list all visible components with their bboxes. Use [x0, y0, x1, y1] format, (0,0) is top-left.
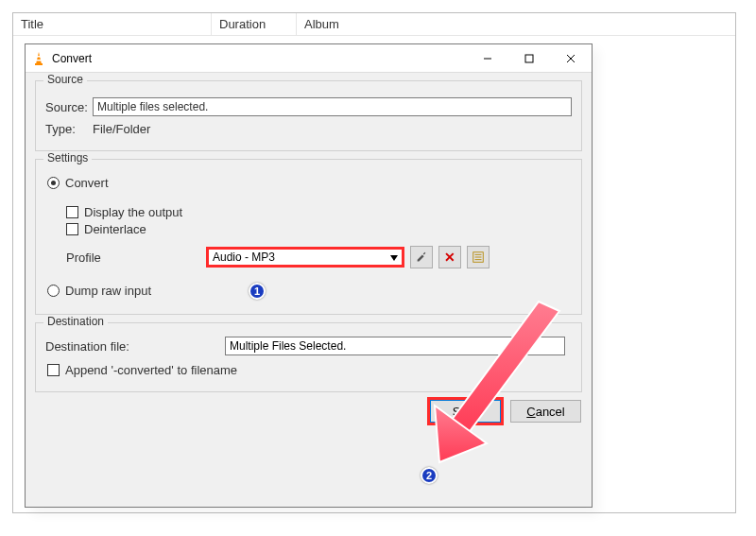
- new-profile-button[interactable]: [467, 246, 490, 268]
- display-output-checkbox[interactable]: [66, 206, 78, 218]
- close-button[interactable]: [550, 45, 592, 72]
- step-badge-2: 2: [421, 467, 438, 484]
- track-list-header: Title Duration Album: [13, 13, 735, 36]
- cancel-button[interactable]: Cancel: [510, 400, 581, 423]
- svg-rect-1: [35, 63, 43, 65]
- delete-profile-button[interactable]: ✕: [438, 246, 461, 268]
- delete-x-icon: ✕: [444, 250, 455, 265]
- dialog-button-row: Start Cancel: [26, 396, 592, 426]
- svg-rect-3: [37, 60, 42, 61]
- deinterlace-checkbox[interactable]: [66, 223, 78, 235]
- source-label: Source:: [45, 100, 93, 114]
- start-button[interactable]: Start: [430, 400, 501, 423]
- destination-file-label: Destination file:: [45, 339, 225, 354]
- destination-file-input[interactable]: [225, 337, 565, 355]
- svg-marker-0: [36, 52, 42, 64]
- dump-raw-label: Dump raw input: [65, 284, 151, 298]
- column-album[interactable]: Album: [297, 13, 735, 35]
- svg-rect-5: [525, 55, 533, 62]
- convert-dialog: Convert Source Source: Type: File/Folder…: [25, 43, 593, 508]
- convert-radio[interactable]: [47, 177, 60, 189]
- start-button-rest: tart: [460, 405, 478, 419]
- display-output-label: Display the output: [84, 205, 182, 219]
- deinterlace-label: Deinterlace: [84, 222, 146, 236]
- append-converted-checkbox[interactable]: [47, 364, 60, 376]
- title-bar[interactable]: Convert: [26, 44, 592, 73]
- source-legend: Source: [43, 73, 87, 86]
- cancel-button-rest: ancel: [536, 405, 565, 419]
- chevron-down-icon: [390, 255, 398, 261]
- type-label: Type:: [45, 122, 93, 136]
- convert-radio-label: Convert: [65, 176, 109, 190]
- edit-profile-button[interactable]: [410, 246, 433, 268]
- dump-raw-radio[interactable]: [47, 285, 60, 297]
- profile-dropdown-value: Audio - MP3: [213, 251, 275, 264]
- vlc-cone-icon: [31, 51, 46, 66]
- maximize-button[interactable]: [508, 45, 550, 72]
- column-title[interactable]: Title: [13, 13, 212, 35]
- step-badge-1: 1: [249, 283, 266, 300]
- settings-group: Settings Convert Display the output Dein…: [35, 159, 582, 315]
- minimize-button[interactable]: [467, 45, 508, 72]
- source-input[interactable]: [93, 97, 572, 116]
- svg-rect-2: [37, 56, 41, 58]
- profile-dropdown[interactable]: Audio - MP3: [206, 247, 404, 268]
- settings-legend: Settings: [43, 151, 92, 164]
- profile-label: Profile: [45, 251, 206, 265]
- column-duration[interactable]: Duration: [212, 13, 297, 35]
- append-converted-label: Append '-converted' to filename: [65, 363, 237, 377]
- destination-legend: Destination: [43, 315, 108, 328]
- source-group: Source Source: Type: File/Folder: [35, 80, 582, 151]
- destination-group: Destination Destination file: Append '-c…: [35, 322, 582, 392]
- type-value: File/Folder: [93, 122, 150, 136]
- dialog-title: Convert: [52, 52, 467, 65]
